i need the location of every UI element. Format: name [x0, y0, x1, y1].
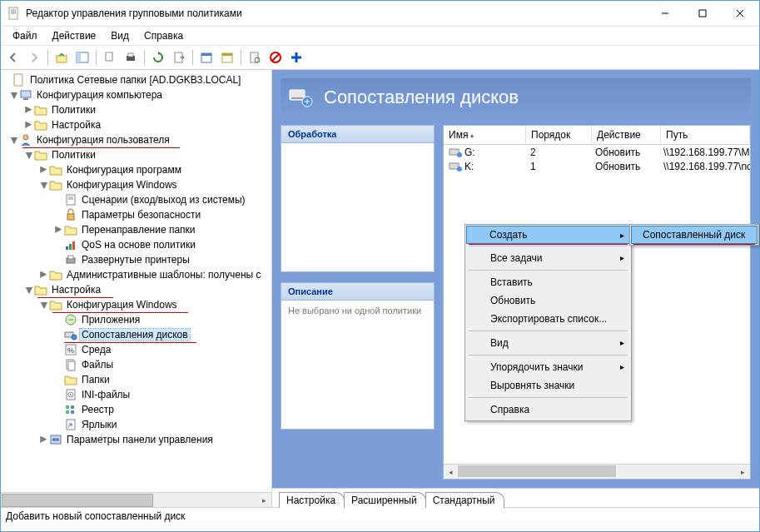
- tree-item[interactable]: INI-файлы: [80, 389, 132, 400]
- folder-icon: [34, 148, 47, 162]
- tab-settings[interactable]: Настройка: [279, 492, 345, 508]
- list-h-scrollbar[interactable]: ◂▸: [444, 464, 750, 479]
- tree-item[interactable]: Параметры панели управления: [65, 434, 215, 445]
- svg-rect-58: [291, 97, 303, 99]
- col-order[interactable]: Порядок: [526, 126, 592, 144]
- svg-rect-12: [107, 52, 111, 53]
- tree-item[interactable]: Конфигурация Windows: [65, 179, 179, 191]
- ctx-paste[interactable]: Вставить: [467, 273, 629, 291]
- svg-rect-35: [69, 244, 72, 250]
- refresh-button[interactable]: [149, 48, 167, 67]
- tree-item[interactable]: Настройка: [50, 119, 102, 131]
- tree-item[interactable]: Политики: [50, 104, 97, 116]
- ctx-view[interactable]: Вид▸: [467, 334, 629, 352]
- sort-indicator-icon: ▴: [470, 132, 474, 139]
- ctx-export[interactable]: Экспортировать список...: [467, 310, 629, 328]
- table-row[interactable]: G: 2 Обновить \\192.168.199.77\Med: [444, 145, 750, 159]
- print-button[interactable]: [122, 48, 140, 67]
- ctx-create[interactable]: Создать▸ Сопоставленный диск: [466, 226, 630, 244]
- folders-icon: [64, 373, 77, 386]
- tree-item[interactable]: Конфигурация пользователя: [35, 134, 171, 146]
- tree[interactable]: Политика Сетевые папки [AD.DGKB3.LOCAL] …: [1, 70, 271, 492]
- menu-file[interactable]: Файл: [6, 28, 44, 43]
- tab-standard[interactable]: Стандартный: [425, 492, 504, 508]
- svg-point-29: [23, 135, 28, 140]
- tabstrip: Настройка Расширенный Стандартный: [272, 488, 759, 507]
- tree-item[interactable]: Перенаправление папки: [80, 224, 197, 236]
- tree-item[interactable]: Административные шаблоны: получены с: [65, 269, 263, 281]
- ctx-help[interactable]: Справка: [467, 400, 629, 419]
- filter-button[interactable]: [246, 48, 264, 67]
- ctx-sub-mapped-drive[interactable]: Сопоставленный диск: [631, 226, 758, 244]
- context-menu: Создать▸ Сопоставленный диск Все задачи▸…: [464, 224, 632, 421]
- up-button[interactable]: [52, 48, 71, 67]
- col-path[interactable]: Путь: [661, 126, 750, 144]
- tree-item[interactable]: Папки: [80, 374, 112, 385]
- tree-item[interactable]: QoS на основе политики: [80, 239, 197, 251]
- tree-item[interactable]: Политики: [50, 149, 97, 161]
- menu-action[interactable]: Действие: [46, 28, 103, 43]
- tree-item[interactable]: Параметры безопасности: [80, 209, 202, 221]
- app-icon: [64, 313, 77, 326]
- tree-item[interactable]: Ярлыки: [80, 419, 119, 430]
- tree-item[interactable]: Развернутые принтеры: [80, 254, 191, 266]
- table-row[interactable]: K: 1 Обновить \\192.168.199.77\nove: [444, 159, 750, 173]
- forward-button[interactable]: [25, 48, 43, 67]
- qos-icon: [64, 238, 77, 251]
- tree-item[interactable]: Конфигурация программ: [65, 164, 183, 176]
- column-headers[interactable]: Имя▴ Порядок Действие Путь: [444, 126, 750, 145]
- menu-view[interactable]: Вид: [104, 28, 136, 43]
- tree-h-scrollbar[interactable]: ▸: [1, 492, 271, 507]
- svg-rect-17: [201, 53, 211, 56]
- computer-icon: [19, 88, 32, 102]
- details-pane: Сопоставления дисков Обработка Описание …: [272, 70, 759, 507]
- svg-rect-36: [72, 241, 75, 250]
- card-header: Обработка: [281, 126, 434, 143]
- app-icon: [7, 7, 21, 20]
- tree-item[interactable]: Сценарии (вход/выход из системы): [80, 194, 247, 206]
- folder-icon: [34, 103, 47, 117]
- tree-item[interactable]: Среда: [80, 344, 112, 355]
- ctx-arrange[interactable]: Упорядочить значки▸: [467, 358, 629, 376]
- stop-button[interactable]: [266, 48, 285, 67]
- tree-item[interactable]: Настройка: [50, 284, 102, 296]
- tree-item[interactable]: Конфигурация компьютера: [35, 89, 164, 101]
- options-button[interactable]: [218, 48, 236, 67]
- add-button[interactable]: [287, 48, 305, 67]
- tree-item-selected[interactable]: Сопоставления дисков: [80, 329, 190, 341]
- svg-rect-11: [106, 52, 112, 61]
- folder-icon: [49, 178, 62, 191]
- copy-button[interactable]: [101, 48, 119, 67]
- svg-point-63: [457, 167, 462, 172]
- window-title: Редактор управления групповыми политикам…: [26, 7, 646, 19]
- minimize-button[interactable]: [646, 1, 683, 26]
- tab-extended[interactable]: Расширенный: [344, 492, 426, 508]
- context-submenu: Сопоставленный диск: [629, 224, 759, 246]
- ctx-refresh[interactable]: Обновить: [467, 291, 629, 310]
- svg-rect-38: [68, 256, 73, 259]
- submenu-arrow-icon: ▸: [620, 338, 624, 347]
- ctx-all-tasks[interactable]: Все задачи▸: [467, 249, 629, 267]
- maximize-button[interactable]: [683, 1, 721, 26]
- files-icon: [64, 358, 77, 371]
- card-header: Описание: [281, 283, 434, 301]
- ctx-align[interactable]: Выровнять значки: [467, 376, 629, 395]
- drive-icon: [449, 161, 462, 172]
- show-hide-tree-button[interactable]: [73, 48, 92, 67]
- export-button[interactable]: [170, 48, 188, 67]
- tree-item[interactable]: Реестр: [80, 404, 116, 415]
- tree-item[interactable]: Приложения: [80, 314, 142, 326]
- close-button[interactable]: [721, 1, 759, 26]
- properties-button[interactable]: [197, 48, 216, 67]
- svg-rect-5: [699, 10, 706, 17]
- col-name[interactable]: Имя▴: [444, 126, 526, 144]
- tree-item[interactable]: Конфигурация Windows: [65, 299, 179, 311]
- policy-icon: [12, 73, 26, 87]
- back-button[interactable]: [4, 48, 22, 67]
- col-action[interactable]: Действие: [592, 126, 661, 144]
- tree-item[interactable]: Файлы: [80, 359, 115, 370]
- drive-icon: [449, 147, 462, 158]
- tree-root[interactable]: Политика Сетевые папки [AD.DGKB3.LOCAL]: [28, 74, 242, 86]
- menu-help[interactable]: Справка: [137, 28, 190, 43]
- registry-icon: [64, 403, 77, 416]
